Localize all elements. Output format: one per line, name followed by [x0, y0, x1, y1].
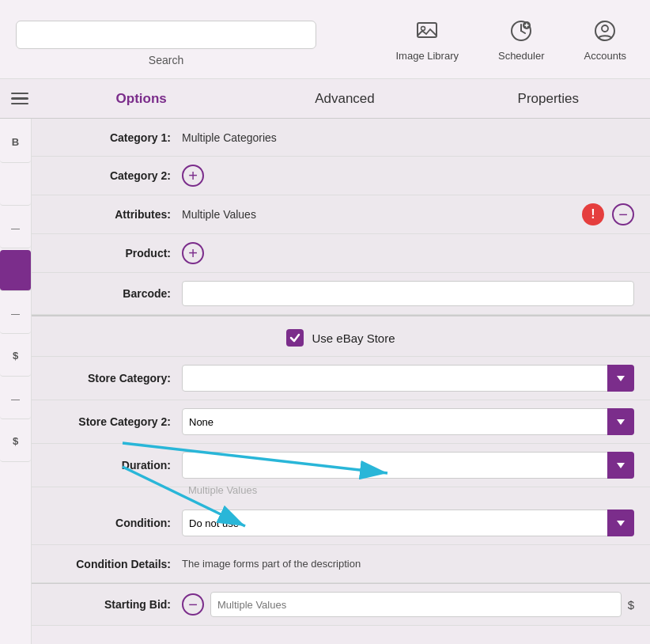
svg-rect-0 [418, 23, 436, 37]
image-library-button[interactable]: Image Library [395, 17, 458, 62]
attributes-remove-button[interactable]: − [612, 203, 634, 225]
toolbar-icons: Image Library Scheduler [395, 17, 642, 62]
attributes-value: Multiple Values [182, 208, 582, 221]
product-row: Product: + [32, 234, 650, 273]
attributes-row: Attributes: Multiple Values ! − [32, 195, 650, 234]
starting-bid-label: Starting Bid: [47, 598, 182, 611]
category2-row: Category 2: + [32, 157, 650, 195]
tab-properties[interactable]: Properties [447, 81, 650, 116]
store-category2-row: Store Category 2: None [32, 400, 650, 444]
duration-select[interactable] [182, 452, 634, 479]
starting-bid-remove-button[interactable]: − [182, 593, 204, 616]
starting-bid-input[interactable] [210, 592, 622, 617]
main-layout: B — — $ — $ Category 1: Multiple Categor… [0, 119, 650, 644]
scheduler-button[interactable]: Scheduler [498, 17, 545, 62]
condition-label: Condition: [47, 517, 182, 529]
accounts-button[interactable]: Accounts [584, 17, 626, 62]
condition-select-wrapper: Do not use [182, 510, 634, 536]
form-section-top: Category 1: Multiple Categories Category… [32, 119, 650, 315]
condition-details-label: Condition Details: [47, 558, 182, 570]
dollar-icon: $ [622, 598, 634, 612]
barcode-input[interactable] [182, 281, 634, 306]
sidebar-item-4[interactable] [0, 250, 31, 291]
sidebar-item-5[interactable]: — [0, 293, 31, 334]
attributes-error-icon: ! [582, 203, 604, 225]
image-library-icon [413, 17, 441, 45]
barcode-row: Barcode: [32, 273, 650, 315]
search-input-box[interactable] [16, 21, 316, 49]
store-category-select[interactable] [182, 365, 634, 392]
store-category2-label: Store Category 2: [47, 415, 182, 428]
hamburger-menu[interactable] [0, 93, 40, 105]
sidebar-item-2[interactable] [0, 165, 31, 206]
sidebar-item-7[interactable]: — [0, 378, 31, 419]
tab-options[interactable]: Options [40, 81, 243, 116]
svg-line-4 [521, 31, 525, 33]
ebay-store-label: Use eBay Store [312, 331, 395, 345]
category2-label: Category 2: [47, 169, 182, 182]
svg-point-7 [602, 25, 608, 32]
category1-label: Category 1: [47, 131, 182, 144]
store-category-label: Store Category: [47, 372, 182, 385]
category2-add-button[interactable]: + [182, 165, 204, 187]
scheduler-icon [507, 17, 535, 45]
search-area: Search [8, 13, 395, 66]
svg-point-1 [421, 27, 425, 31]
starting-bid-section: Starting Bid: − $ [32, 583, 650, 626]
starting-bid-row: Starting Bid: − $ [32, 584, 650, 626]
tabs-row: Options Advanced Properties [0, 79, 650, 119]
store-category2-select[interactable]: None [182, 408, 634, 435]
condition-select[interactable]: Do not use [182, 510, 634, 536]
condition-row: Condition: Do not use [32, 502, 650, 545]
duration-row: Duration: Multiple Values [32, 444, 650, 487]
store-section: Use eBay Store Store Category: Store Cat… [32, 315, 650, 583]
condition-details-row: Condition Details: The image forms part … [32, 545, 650, 583]
ebay-store-row: Use eBay Store [32, 320, 650, 357]
category1-row: Category 1: Multiple Categories [32, 119, 650, 157]
condition-details-value: The image forms part of the description [182, 558, 634, 570]
category1-value: Multiple Categories [182, 131, 634, 144]
sidebar-item-1[interactable]: B [0, 122, 31, 163]
duration-label: Duration: [47, 459, 182, 472]
tab-advanced[interactable]: Advanced [243, 81, 446, 116]
ebay-store-checkbox[interactable] [286, 329, 304, 347]
accounts-icon [591, 17, 619, 45]
content-area: Category 1: Multiple Categories Category… [32, 119, 650, 644]
toolbar: Search Image Library [0, 0, 650, 79]
store-category-select-wrapper [182, 365, 634, 392]
sidebar-item-6[interactable]: $ [0, 335, 31, 377]
search-label: Search [16, 54, 316, 66]
attributes-label: Attributes: [47, 208, 182, 221]
sidebar-item-3[interactable]: — [0, 207, 31, 248]
sidebar: B — — $ — $ [0, 119, 32, 644]
accounts-label: Accounts [584, 50, 626, 62]
store-category2-select-wrapper: None [182, 408, 634, 435]
product-label: Product: [47, 247, 182, 259]
duration-select-wrapper: Multiple Values [182, 452, 634, 479]
sidebar-item-8[interactable]: $ [0, 421, 31, 462]
product-add-button[interactable]: + [182, 242, 204, 264]
barcode-label: Barcode: [47, 287, 182, 300]
duration-hint: Multiple Values [188, 484, 257, 496]
scheduler-label: Scheduler [498, 50, 545, 62]
image-library-label: Image Library [395, 50, 458, 62]
store-category-row: Store Category: [32, 357, 650, 400]
